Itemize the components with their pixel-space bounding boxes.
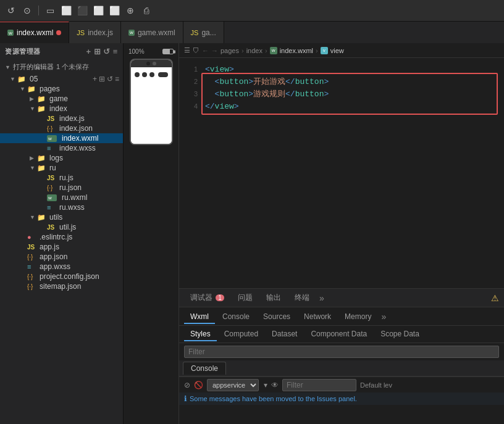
eslint-icon: ●	[27, 233, 37, 241]
line-number: 3	[179, 90, 198, 98]
root-label: 05	[30, 75, 38, 83]
tab-index-wxml[interactable]: w index.wxml	[0, 22, 69, 43]
tree-item-util-js[interactable]: JS util.js	[0, 222, 123, 232]
tab-memory[interactable]: Memory	[338, 310, 377, 323]
grid-icon[interactable]: ⬛	[76, 4, 88, 17]
tree-item-app-js[interactable]: JS app.js	[0, 242, 123, 252]
tab-terminal[interactable]: 终端	[288, 290, 316, 306]
badge: 1	[216, 294, 224, 301]
tab-issues[interactable]: 问题	[232, 290, 259, 306]
refresh-icon[interactable]: ↺	[103, 47, 111, 56]
item-label: ru.json	[59, 183, 82, 192]
tree-item-eslintrc[interactable]: ● .eslintrc.js	[0, 232, 123, 242]
subtab-component-data[interactable]: Component Data	[304, 328, 373, 341]
code-editor[interactable]: 1 <view> 2 <button>开始游戏</button>	[179, 58, 504, 288]
tree-item-ru[interactable]: ▼ 📁 ru	[0, 163, 123, 173]
collapse-icon[interactable]: ≡	[113, 47, 118, 56]
more-icon[interactable]: »	[319, 293, 324, 303]
tree-item-project-json[interactable]: {·} project.config.json	[0, 272, 123, 281]
panel-icon[interactable]: ⬜	[92, 4, 104, 17]
json-file-icon: {·}	[27, 254, 37, 260]
tree-item-index-wxml[interactable]: w index.wxml	[0, 133, 123, 143]
tab-game[interactable]: JS ga...	[183, 22, 224, 43]
tree-item-index[interactable]: ▼ 📁 index	[0, 104, 123, 114]
toolbar-icon-left[interactable]: ☰	[184, 46, 190, 54]
tree-root[interactable]: ▼ 📁 05 + ⊞ ↺ ≡	[0, 74, 123, 84]
new-file-icon[interactable]: +	[86, 47, 91, 56]
save-icon[interactable]: ⎙	[140, 4, 153, 17]
refresh-tree-icon[interactable]: ↺	[107, 75, 113, 83]
more-tools-icon[interactable]: »	[381, 312, 386, 322]
console-tab[interactable]: Console	[183, 362, 226, 375]
breadcrumb-view[interactable]: view	[330, 47, 344, 54]
subtab-dataset[interactable]: Dataset	[266, 328, 303, 341]
settings-icon[interactable]: ⬜	[108, 4, 120, 17]
wxss-file-icon: ≡	[27, 263, 37, 270]
tree-item-app-wxss[interactable]: ≡ app.wxss	[0, 262, 123, 272]
editors-title[interactable]: ▼ 打开的编辑器 1 个未保存	[0, 61, 123, 73]
subtab-computed[interactable]: Computed	[218, 328, 264, 341]
tab-output[interactable]: 输出	[260, 290, 287, 306]
tab-game-wxml[interactable]: w game.wxml	[121, 22, 183, 43]
reload-icon[interactable]: ↺	[5, 4, 17, 17]
code-content: <button>开始游戏</button>	[205, 76, 329, 87]
expand-icon: ▶	[30, 155, 37, 161]
bookmark-icon[interactable]: ⛉	[193, 47, 200, 54]
circle-icon[interactable]: ⊙	[21, 4, 33, 17]
folder-icon: 📁	[37, 214, 47, 222]
tab-network[interactable]: Network	[298, 310, 337, 323]
tree-item-sitemap-json[interactable]: {·} sitemap.json	[0, 281, 123, 291]
tree-item-logs[interactable]: ▶ 📁 logs	[0, 153, 123, 163]
tree-item-ru-js[interactable]: JS ru.js	[0, 173, 123, 183]
tree-item-pages[interactable]: ▼ 📁 pages	[0, 84, 123, 94]
folder-icon: 📁	[37, 105, 47, 113]
clear-icon[interactable]: ⊘	[184, 381, 190, 389]
service-select[interactable]: appservice	[207, 379, 259, 391]
tree-item-ru-wxss[interactable]: ≡ ru.wxss	[0, 202, 123, 212]
tab-label: Memory	[345, 312, 371, 321]
json-file-icon: {·}	[47, 125, 57, 132]
tab-sources[interactable]: Sources	[257, 310, 296, 323]
more-icon[interactable]: ≡	[115, 75, 119, 83]
layout-icon[interactable]: ⬜	[60, 4, 72, 17]
breadcrumb-pages[interactable]: pages	[220, 47, 239, 54]
folder-icon: 📁	[37, 154, 47, 162]
add-icon[interactable]: ⊕	[124, 4, 136, 17]
tree-item-index-wxss[interactable]: ≡ index.wxss	[0, 143, 123, 153]
sep3: ›	[316, 47, 318, 54]
nav-forward[interactable]: →	[211, 47, 218, 54]
subtab-label: Styles	[190, 330, 211, 338]
message-row: ℹ Some messages have been moved to the I…	[179, 393, 504, 405]
tree-item-app-json[interactable]: {·} app.json	[0, 252, 123, 262]
eye-icon[interactable]: 👁	[271, 381, 279, 389]
item-label: index.wxml	[62, 134, 98, 143]
tab-debugger[interactable]: 调试器 1	[184, 290, 230, 306]
add-file-icon[interactable]: +	[93, 75, 97, 83]
tab-wxml[interactable]: Wxml	[184, 310, 215, 323]
console-filter-input[interactable]	[282, 379, 356, 391]
new-folder-icon[interactable]: ⊞	[94, 47, 101, 56]
tree-item-index-js[interactable]: JS index.js	[0, 114, 123, 123]
add-folder-icon[interactable]: ⊞	[99, 75, 105, 83]
breadcrumb-index[interactable]: index	[246, 47, 262, 54]
tree-item-ru-wxml[interactable]: w ru.wxml	[0, 193, 123, 202]
breadcrumb-file[interactable]: index.wxml	[280, 47, 313, 54]
tree-item-index-json[interactable]: {·} index.json	[0, 123, 123, 133]
nav-back[interactable]: ←	[202, 47, 209, 54]
tree-item-ru-json[interactable]: {·} ru.json	[0, 183, 123, 193]
sidebar-header-icons: + ⊞ ↺ ≡	[86, 47, 118, 56]
tab-console[interactable]: Console	[216, 310, 256, 323]
filter-input[interactable]	[184, 346, 499, 358]
item-label: index.js	[59, 114, 85, 123]
expand-icon: ▼	[30, 106, 37, 112]
tree-item-utils[interactable]: ▼ 📁 utils	[0, 212, 123, 222]
tree-item-game[interactable]: ▶ 📁 game	[0, 94, 123, 104]
subtab-styles[interactable]: Styles	[184, 328, 217, 341]
item-label: pages	[40, 85, 60, 93]
no-entry-icon[interactable]: 🚫	[194, 381, 203, 389]
subtab-scope-data[interactable]: Scope Data	[374, 328, 426, 341]
editor-tabs: w index.wxml JS index.js w game.wxml JS …	[0, 22, 504, 43]
tab-index-js[interactable]: JS index.js	[69, 22, 121, 43]
mobile-icon[interactable]: ▭	[44, 4, 56, 17]
battery-fill	[163, 49, 170, 54]
